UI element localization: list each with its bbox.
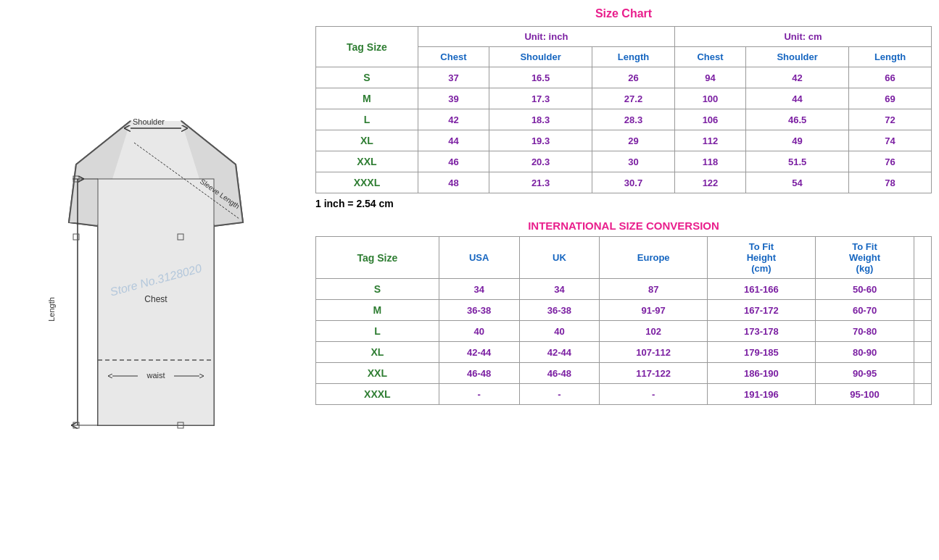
inch-chest-cell: 46 [418, 151, 489, 172]
intl-usa-cell: 36-38 [439, 300, 519, 321]
cm-length-cell: 69 [849, 88, 932, 109]
inch-length-cell: 30 [592, 151, 675, 172]
intl-europe-cell: 107-112 [600, 342, 708, 363]
tag-size-cell: XXL [316, 151, 418, 172]
inch-length-cell: 29 [592, 130, 675, 151]
tag-size-cell: S [316, 67, 418, 88]
intl-uk-header: UK [519, 237, 600, 279]
size-chart-title: Size Chart [315, 7, 932, 20]
svg-text:Length: Length [47, 297, 56, 322]
inch-chest-cell: 39 [418, 88, 489, 109]
svg-text:Shoulder: Shoulder [133, 117, 165, 126]
tag-size-cell: M [316, 88, 418, 109]
intl-tag-cell: L [316, 321, 439, 342]
cm-length-cell: 78 [849, 172, 932, 193]
intl-weight-cell: 70-80 [815, 321, 914, 342]
intl-row: M 36-38 36-38 91-97 167-172 60-70 [316, 300, 932, 321]
intl-extra-cell [914, 279, 932, 300]
inch-shoulder-cell: 19.3 [489, 130, 592, 151]
size-chart-row: XXXL 48 21.3 30.7 122 54 78 [316, 172, 932, 193]
inch-chest-cell: 42 [418, 109, 489, 130]
intl-height-cell: 186-190 [708, 363, 816, 384]
inch-length-cell: 28.3 [592, 109, 675, 130]
conversion-note: 1 inch = 2.54 cm [315, 193, 932, 214]
inch-chest-header: Chest [418, 47, 489, 67]
inch-chest-cell: 37 [418, 67, 489, 88]
intl-europe-cell: 117-122 [600, 363, 708, 384]
intl-height-cell: 161-166 [708, 279, 816, 300]
intl-europe-header: Europe [600, 237, 708, 279]
cm-length-cell: 66 [849, 67, 932, 88]
intl-europe-cell: 91-97 [600, 300, 708, 321]
unit-cm-header: Unit: cm [674, 27, 931, 47]
size-chart-table: Tag Size Unit: inch Unit: cm Chest Shoul… [315, 26, 932, 193]
cm-length-cell: 74 [849, 130, 932, 151]
cm-shoulder-cell: 44 [746, 88, 849, 109]
cm-shoulder-cell: 46.5 [746, 109, 849, 130]
size-chart-row: L 42 18.3 28.3 106 46.5 72 [316, 109, 932, 130]
intl-table: Tag Size USA UK Europe To FitHeight(cm) … [315, 236, 932, 405]
right-panel: Size Chart Tag Size Unit: inch Unit: cm … [312, 0, 939, 412]
intl-weight-cell: 90-95 [815, 363, 914, 384]
intl-uk-cell: - [519, 384, 600, 405]
inch-length-header: Length [592, 47, 675, 67]
intl-europe-cell: - [600, 384, 708, 405]
unit-inch-header: Unit: inch [418, 27, 674, 47]
inch-shoulder-header: Shoulder [489, 47, 592, 67]
cm-chest-cell: 100 [674, 88, 745, 109]
intl-weight-header: To FitWeight(kg) [815, 237, 914, 279]
intl-height-cell: 173-178 [708, 321, 816, 342]
size-chart-row: XXL 46 20.3 30 118 51.5 76 [316, 151, 932, 172]
inch-shoulder-cell: 17.3 [489, 88, 592, 109]
intl-tag-cell: XL [316, 342, 439, 363]
intl-title: INTERNATIONAL SIZE CONVERSION [315, 214, 932, 236]
intl-extra-cell [914, 321, 932, 342]
cm-shoulder-cell: 42 [746, 67, 849, 88]
cm-length-cell: 76 [849, 151, 932, 172]
intl-usa-cell: 34 [439, 279, 519, 300]
intl-row: S 34 34 87 161-166 50-60 [316, 279, 932, 300]
cm-chest-header: Chest [674, 47, 745, 67]
intl-europe-cell: 87 [600, 279, 708, 300]
intl-extra-header [914, 237, 932, 279]
intl-extra-cell [914, 300, 932, 321]
tag-size-cell: XL [316, 130, 418, 151]
intl-usa-cell: 46-48 [439, 363, 519, 384]
intl-usa-cell: 40 [439, 321, 519, 342]
intl-extra-cell [914, 384, 932, 405]
cm-shoulder-cell: 51.5 [746, 151, 849, 172]
inch-shoulder-cell: 20.3 [489, 151, 592, 172]
inch-chest-cell: 48 [418, 172, 489, 193]
inch-length-cell: 27.2 [592, 88, 675, 109]
cm-shoulder-header: Shoulder [746, 47, 849, 67]
cm-shoulder-cell: 54 [746, 172, 849, 193]
svg-text:waist: waist [146, 371, 165, 380]
intl-weight-cell: 50-60 [815, 279, 914, 300]
intl-height-cell: 167-172 [708, 300, 816, 321]
inch-shoulder-cell: 21.3 [489, 172, 592, 193]
size-chart-row: M 39 17.3 27.2 100 44 69 [316, 88, 932, 109]
intl-weight-cell: 80-90 [815, 342, 914, 363]
intl-uk-cell: 46-48 [519, 363, 600, 384]
inch-length-cell: 26 [592, 67, 675, 88]
intl-tag-cell: M [316, 300, 439, 321]
cm-chest-cell: 94 [674, 67, 745, 88]
intl-extra-cell [914, 363, 932, 384]
svg-text:Chest: Chest [144, 294, 167, 304]
intl-uk-cell: 36-38 [519, 300, 600, 321]
shirt-diagram: Shoulder Chest Length waist Sleeve Lengt… [25, 78, 286, 483]
intl-tag-cell: S [316, 279, 439, 300]
intl-tag-cell: XXXL [316, 384, 439, 405]
intl-tag-cell: XXL [316, 363, 439, 384]
intl-row: XXL 46-48 46-48 117-122 186-190 90-95 [316, 363, 932, 384]
intl-uk-cell: 42-44 [519, 342, 600, 363]
tag-size-header: Tag Size [316, 27, 418, 67]
intl-row: XXXL - - - 191-196 95-100 [316, 384, 932, 405]
cm-length-header: Length [849, 47, 932, 67]
intl-weight-cell: 60-70 [815, 300, 914, 321]
intl-height-cell: 191-196 [708, 384, 816, 405]
inch-shoulder-cell: 16.5 [489, 67, 592, 88]
intl-extra-cell [914, 342, 932, 363]
intl-europe-cell: 102 [600, 321, 708, 342]
intl-usa-header: USA [439, 237, 519, 279]
